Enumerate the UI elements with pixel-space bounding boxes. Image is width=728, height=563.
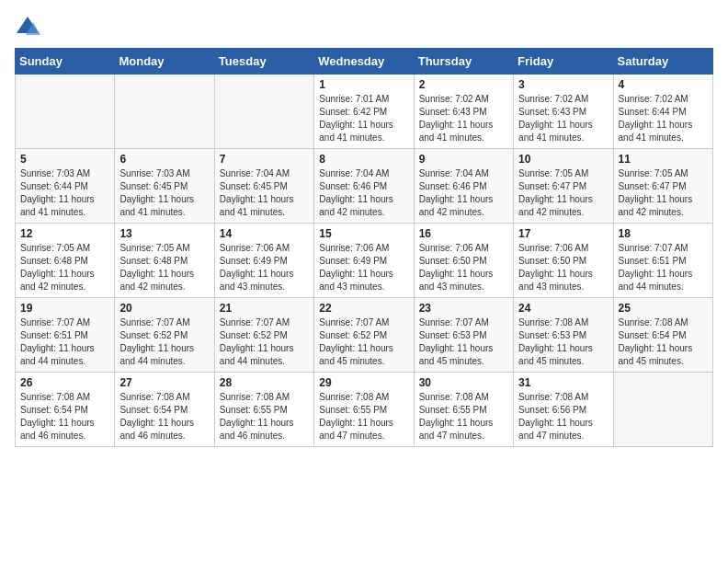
- calendar-cell: 6Sunrise: 7:03 AM Sunset: 6:45 PM Daylig…: [115, 149, 214, 224]
- day-number: 26: [20, 376, 109, 389]
- calendar-cell: 15Sunrise: 7:06 AM Sunset: 6:49 PM Dayli…: [314, 224, 414, 298]
- day-number: 16: [419, 227, 508, 240]
- day-number: 8: [319, 153, 408, 166]
- day-number: 23: [419, 302, 508, 315]
- calendar-cell: [613, 373, 712, 447]
- calendar-cell: 3Sunrise: 7:02 AM Sunset: 6:43 PM Daylig…: [514, 75, 613, 149]
- day-info: Sunrise: 7:07 AM Sunset: 6:52 PM Dayligh…: [319, 316, 408, 368]
- day-number: 15: [319, 227, 408, 240]
- calendar-cell: 26Sunrise: 7:08 AM Sunset: 6:54 PM Dayli…: [16, 373, 115, 447]
- day-number: 14: [220, 227, 309, 240]
- calendar-week-row: 1Sunrise: 7:01 AM Sunset: 6:42 PM Daylig…: [16, 75, 713, 149]
- column-header-saturday: Saturday: [613, 49, 712, 75]
- calendar-cell: 21Sunrise: 7:07 AM Sunset: 6:52 PM Dayli…: [214, 298, 313, 373]
- column-header-friday: Friday: [514, 49, 613, 75]
- day-info: Sunrise: 7:08 AM Sunset: 6:55 PM Dayligh…: [419, 391, 508, 442]
- column-header-tuesday: Tuesday: [214, 49, 313, 75]
- day-info: Sunrise: 7:02 AM Sunset: 6:43 PM Dayligh…: [419, 93, 508, 144]
- day-number: 28: [220, 376, 309, 389]
- logo-icon: [15, 15, 40, 40]
- calendar-week-row: 5Sunrise: 7:03 AM Sunset: 6:44 PM Daylig…: [16, 149, 713, 224]
- calendar-cell: 13Sunrise: 7:05 AM Sunset: 6:48 PM Dayli…: [115, 224, 214, 298]
- day-number: 13: [119, 227, 209, 240]
- calendar-cell: 10Sunrise: 7:05 AM Sunset: 6:47 PM Dayli…: [514, 149, 613, 224]
- day-number: 30: [419, 376, 508, 389]
- day-info: Sunrise: 7:01 AM Sunset: 6:42 PM Dayligh…: [319, 93, 408, 144]
- day-number: 25: [619, 302, 708, 315]
- day-info: Sunrise: 7:07 AM Sunset: 6:53 PM Dayligh…: [419, 316, 508, 368]
- day-number: 19: [20, 302, 109, 315]
- calendar-cell: 11Sunrise: 7:05 AM Sunset: 6:47 PM Dayli…: [613, 149, 712, 224]
- day-number: 6: [119, 153, 209, 166]
- day-info: Sunrise: 7:04 AM Sunset: 6:46 PM Dayligh…: [419, 167, 508, 219]
- day-info: Sunrise: 7:02 AM Sunset: 6:43 PM Dayligh…: [518, 93, 608, 144]
- day-number: 9: [419, 153, 508, 166]
- calendar-cell: 23Sunrise: 7:07 AM Sunset: 6:53 PM Dayli…: [414, 298, 513, 373]
- day-info: Sunrise: 7:06 AM Sunset: 6:49 PM Dayligh…: [220, 242, 309, 293]
- day-number: 21: [220, 302, 309, 315]
- day-number: 24: [518, 302, 608, 315]
- calendar-cell: 29Sunrise: 7:08 AM Sunset: 6:55 PM Dayli…: [314, 373, 414, 447]
- day-info: Sunrise: 7:07 AM Sunset: 6:51 PM Dayligh…: [619, 242, 708, 293]
- day-number: 31: [518, 376, 608, 389]
- day-info: Sunrise: 7:08 AM Sunset: 6:53 PM Dayligh…: [518, 316, 608, 368]
- calendar-cell: 22Sunrise: 7:07 AM Sunset: 6:52 PM Dayli…: [314, 298, 414, 373]
- day-info: Sunrise: 7:08 AM Sunset: 6:54 PM Dayligh…: [119, 391, 209, 442]
- day-info: Sunrise: 7:08 AM Sunset: 6:56 PM Dayligh…: [518, 391, 608, 442]
- day-number: 5: [20, 153, 109, 166]
- day-number: 11: [619, 153, 708, 166]
- day-number: 10: [518, 153, 608, 166]
- day-info: Sunrise: 7:05 AM Sunset: 6:48 PM Dayligh…: [119, 242, 209, 293]
- calendar-cell: 8Sunrise: 7:04 AM Sunset: 6:46 PM Daylig…: [314, 149, 414, 224]
- calendar-cell: 30Sunrise: 7:08 AM Sunset: 6:55 PM Dayli…: [414, 373, 513, 447]
- day-number: 18: [619, 227, 708, 240]
- calendar-cell: 5Sunrise: 7:03 AM Sunset: 6:44 PM Daylig…: [16, 149, 115, 224]
- day-number: 7: [220, 153, 309, 166]
- day-info: Sunrise: 7:07 AM Sunset: 6:52 PM Dayligh…: [119, 316, 209, 368]
- calendar-cell: [214, 75, 313, 149]
- day-info: Sunrise: 7:07 AM Sunset: 6:52 PM Dayligh…: [220, 316, 309, 368]
- day-number: 3: [518, 78, 608, 91]
- calendar-week-row: 19Sunrise: 7:07 AM Sunset: 6:51 PM Dayli…: [16, 298, 713, 373]
- calendar-cell: 9Sunrise: 7:04 AM Sunset: 6:46 PM Daylig…: [414, 149, 513, 224]
- day-info: Sunrise: 7:03 AM Sunset: 6:44 PM Dayligh…: [20, 167, 109, 219]
- day-number: 27: [119, 376, 209, 389]
- day-number: 20: [119, 302, 209, 315]
- page-header: [15, 15, 713, 40]
- calendar-cell: 24Sunrise: 7:08 AM Sunset: 6:53 PM Dayli…: [514, 298, 613, 373]
- column-header-thursday: Thursday: [414, 49, 513, 75]
- calendar-cell: 2Sunrise: 7:02 AM Sunset: 6:43 PM Daylig…: [414, 75, 513, 149]
- day-info: Sunrise: 7:08 AM Sunset: 6:55 PM Dayligh…: [220, 391, 309, 442]
- day-info: Sunrise: 7:05 AM Sunset: 6:48 PM Dayligh…: [20, 242, 109, 293]
- day-info: Sunrise: 7:04 AM Sunset: 6:45 PM Dayligh…: [220, 167, 309, 219]
- day-number: 1: [319, 78, 408, 91]
- day-info: Sunrise: 7:07 AM Sunset: 6:51 PM Dayligh…: [20, 316, 109, 368]
- calendar-header-row: SundayMondayTuesdayWednesdayThursdayFrid…: [16, 49, 713, 75]
- calendar-cell: 12Sunrise: 7:05 AM Sunset: 6:48 PM Dayli…: [16, 224, 115, 298]
- day-info: Sunrise: 7:05 AM Sunset: 6:47 PM Dayligh…: [619, 167, 708, 219]
- column-header-sunday: Sunday: [16, 49, 115, 75]
- day-info: Sunrise: 7:03 AM Sunset: 6:45 PM Dayligh…: [119, 167, 209, 219]
- day-number: 4: [619, 78, 708, 91]
- calendar-cell: 31Sunrise: 7:08 AM Sunset: 6:56 PM Dayli…: [514, 373, 613, 447]
- calendar-cell: [115, 75, 214, 149]
- calendar-cell: 19Sunrise: 7:07 AM Sunset: 6:51 PM Dayli…: [16, 298, 115, 373]
- calendar-cell: 25Sunrise: 7:08 AM Sunset: 6:54 PM Dayli…: [613, 298, 712, 373]
- calendar-cell: 17Sunrise: 7:06 AM Sunset: 6:50 PM Dayli…: [514, 224, 613, 298]
- day-info: Sunrise: 7:02 AM Sunset: 6:44 PM Dayligh…: [619, 93, 708, 144]
- calendar-week-row: 26Sunrise: 7:08 AM Sunset: 6:54 PM Dayli…: [16, 373, 713, 447]
- day-info: Sunrise: 7:06 AM Sunset: 6:49 PM Dayligh…: [319, 242, 408, 293]
- calendar-cell: 18Sunrise: 7:07 AM Sunset: 6:51 PM Dayli…: [613, 224, 712, 298]
- calendar-cell: 20Sunrise: 7:07 AM Sunset: 6:52 PM Dayli…: [115, 298, 214, 373]
- calendar-cell: 4Sunrise: 7:02 AM Sunset: 6:44 PM Daylig…: [613, 75, 712, 149]
- day-info: Sunrise: 7:06 AM Sunset: 6:50 PM Dayligh…: [518, 242, 608, 293]
- calendar-cell: 1Sunrise: 7:01 AM Sunset: 6:42 PM Daylig…: [314, 75, 414, 149]
- calendar-cell: 16Sunrise: 7:06 AM Sunset: 6:50 PM Dayli…: [414, 224, 513, 298]
- logo: [15, 15, 42, 40]
- day-number: 2: [419, 78, 508, 91]
- day-info: Sunrise: 7:04 AM Sunset: 6:46 PM Dayligh…: [319, 167, 408, 219]
- calendar-cell: 14Sunrise: 7:06 AM Sunset: 6:49 PM Dayli…: [214, 224, 313, 298]
- calendar-cell: 7Sunrise: 7:04 AM Sunset: 6:45 PM Daylig…: [214, 149, 313, 224]
- day-number: 22: [319, 302, 408, 315]
- day-info: Sunrise: 7:05 AM Sunset: 6:47 PM Dayligh…: [518, 167, 608, 219]
